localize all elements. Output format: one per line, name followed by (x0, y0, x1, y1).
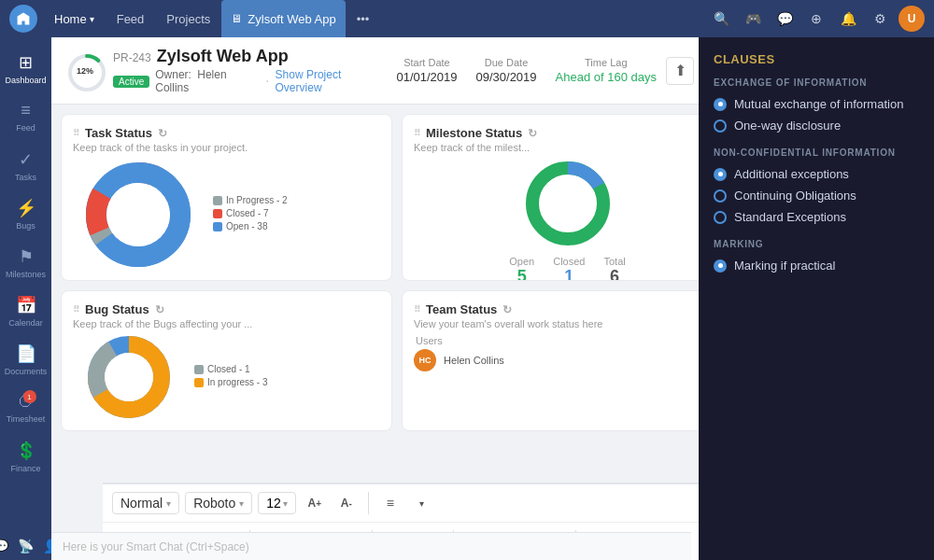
style-select-label: Normal (120, 496, 163, 511)
bug-refresh-icon[interactable]: ↻ (155, 303, 164, 316)
clause-standard-exceptions[interactable]: Standard Exceptions (714, 206, 919, 228)
clause-one-way[interactable]: One-way disclosure (714, 115, 919, 136)
nav-home[interactable]: Home ▾ (43, 0, 106, 37)
project-info: PR-243 Zylsoft Web App Active Owner: Hel… (113, 47, 387, 94)
separator: · (265, 73, 269, 90)
project-overview-link[interactable]: Show Project Overview (276, 68, 388, 94)
svg-point-14 (105, 353, 153, 401)
task-chart-area: In Progress - 2 Closed - 7 Open - 38 (73, 159, 380, 271)
open-dot (213, 222, 222, 231)
bug-status-title: ⠿ Bug Status ↻ (73, 302, 380, 316)
milestones-icon: ⚑ (19, 246, 34, 267)
font-select-label: Roboto (193, 496, 235, 511)
finance-icon: 💲 (16, 441, 36, 461)
bug-dots-icon: ⠿ (73, 304, 79, 315)
bug-closed-dot (194, 365, 204, 374)
clause-marking-label: Marking if practical (734, 259, 835, 273)
toolbar-divider1 (368, 492, 369, 514)
sidebar-finance-label: Finance (10, 464, 40, 473)
team-refresh-icon[interactable]: ↻ (502, 303, 512, 316)
font-select[interactable]: Roboto ▾ (185, 492, 252, 514)
legend-closed: Closed - 7 (213, 208, 288, 218)
bug-inprogress-dot (194, 378, 204, 387)
nav-more-dots[interactable]: ••• (346, 0, 381, 37)
due-date-value: 09/30/2019 (476, 70, 537, 84)
nav-bell-icon[interactable]: 🔔 (835, 6, 861, 32)
bug-legend: Closed - 1 In progress - 3 (194, 364, 267, 390)
increase-font-button[interactable]: A+ (302, 490, 328, 516)
tasks-icon: ✓ (19, 149, 33, 170)
nav-home-caret: ▾ (90, 14, 94, 24)
bottom-channels-icon[interactable]: 📡 (18, 539, 34, 553)
dashboard-grid: ⠿ Task Status ↻ Keep track of the tasks … (51, 105, 743, 441)
clause-radio-standard (714, 211, 727, 224)
sidebar-item-dashboard[interactable]: ⊞ Dashboard (3, 45, 50, 91)
sidebar-item-feed[interactable]: ≡ Feed (3, 93, 50, 140)
style-select-caret: ▾ (166, 498, 171, 509)
bug-donut-chart (73, 335, 185, 419)
task-refresh-icon[interactable]: ↻ (158, 127, 167, 140)
nav-projects[interactable]: Projects (155, 0, 221, 37)
sidebar-item-documents[interactable]: 📄 Documents (3, 336, 50, 383)
header-upload-button[interactable]: ⬆ (666, 57, 694, 85)
decrease-font-button[interactable]: A- (333, 490, 360, 516)
nav-avatar[interactable]: U (899, 6, 925, 32)
sidebar-item-calendar[interactable]: 📅 Calendar (3, 287, 50, 334)
milestone-status-subtitle: Keep track of the milest... (414, 142, 721, 153)
svg-point-7 (106, 183, 170, 246)
milestone-chart-area (414, 157, 721, 250)
clause-radio-one-way (714, 119, 727, 133)
nav-gamepad-icon[interactable]: 🎮 (740, 6, 766, 32)
nav-feed-label: Feed (117, 12, 145, 26)
bottom-nav: 💬 📡 👤 (0, 532, 51, 560)
clause-radio-mutual (714, 98, 727, 111)
sidebar-item-tasks[interactable]: ✓ Tasks (3, 142, 50, 189)
sidebar-dashboard-label: Dashboard (5, 76, 46, 85)
clause-marking-practical[interactable]: Marking if practical (714, 255, 919, 276)
project-meta: Active Owner: Helen Collins · Show Proje… (113, 68, 387, 94)
align-caret-button[interactable]: ▾ (409, 490, 435, 516)
dashboard-icon: ⊞ (19, 52, 33, 73)
nav-app-tab[interactable]: 🖥 Zylsoft Web App (221, 0, 345, 37)
task-legend: In Progress - 2 Closed - 7 Open - 38 (213, 195, 288, 234)
milestone-refresh-icon[interactable]: ↻ (528, 127, 537, 140)
sidebar-item-milestones[interactable]: ⚑ Milestones (3, 239, 50, 286)
legend-open: Open - 38 (213, 221, 288, 231)
sidebar-bugs-label: Bugs (16, 221, 35, 231)
feed-icon: ≡ (21, 101, 31, 120)
documents-icon: 📄 (16, 343, 36, 364)
nav-settings-icon[interactable]: ⚙ (867, 6, 893, 32)
clause-one-way-label: One-way disclosure (734, 119, 841, 133)
nav-search-icon[interactable]: 🔍 (708, 6, 734, 32)
nav-chat-icon[interactable]: 💬 (771, 6, 798, 32)
smart-chat-bar[interactable]: Here is your Smart Chat (Ctrl+Space) (51, 532, 691, 560)
milestone-open-stat: Open 5 (509, 256, 534, 281)
sidebar-item-timesheet[interactable]: ⏱ 1 Timesheet (3, 385, 50, 431)
timesheet-badge: 1 (23, 390, 36, 403)
closed-dot (213, 209, 222, 218)
clause-continuing-obligations[interactable]: Continuing Obligations (714, 185, 919, 206)
calendar-icon: 📅 (16, 295, 36, 315)
task-status-subtitle: Keep track of the tasks in your project. (73, 142, 248, 153)
sidebar-item-finance[interactable]: 💲 Finance (3, 433, 50, 480)
nav-feed[interactable]: Feed (106, 0, 156, 37)
clause-mutual-exchange[interactable]: Mutual exchange of information (714, 93, 919, 115)
project-header: 12% PR-243 Zylsoft Web App Active Owner:… (51, 37, 743, 105)
bottom-chats-icon[interactable]: 💬 (0, 539, 8, 553)
nav-plus-icon[interactable]: ⊕ (803, 6, 829, 32)
style-select[interactable]: Normal ▾ (112, 492, 179, 514)
toolbar-row1: Normal ▾ Roboto ▾ 12 ▾ A+ A- ≡ ▾ 💬 + (103, 484, 743, 523)
clause-radio-marking (714, 259, 727, 273)
align-button[interactable]: ≡ (377, 490, 403, 516)
team-status-title: ⠿ Team Status ↻ (414, 302, 721, 316)
milestone-closed-stat: Closed 1 (553, 256, 585, 281)
time-lag-item: Time Lag Ahead of 160 days (556, 57, 657, 84)
sidebar-item-bugs[interactable]: ⚡ Bugs (3, 190, 50, 237)
clause-additional-exceptions[interactable]: Additional exceptions (714, 163, 919, 185)
start-date-label: Start Date (396, 57, 457, 68)
time-lag-label: Time Lag (556, 57, 657, 68)
bug-legend-inprogress: In progress - 3 (194, 377, 267, 387)
due-date-item: Due Date 09/30/2019 (476, 57, 537, 84)
bug-status-subtitle: Keep track of the Bugs affecting your ..… (73, 318, 380, 329)
team-status-subtitle: View your team's overall work status her… (414, 318, 721, 329)
